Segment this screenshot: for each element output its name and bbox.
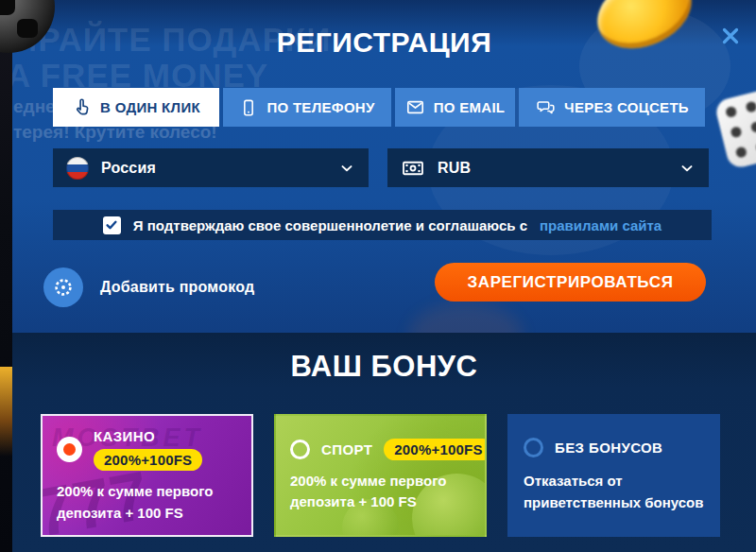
bonus-card-title: КАЗИНО — [94, 428, 155, 444]
tab-label: ПО ТЕЛЕФОНУ — [266, 99, 374, 115]
radio-selected-icon[interactable] — [57, 437, 82, 462]
chevron-down-icon — [679, 160, 696, 177]
bonus-badge: 200%+100FS — [94, 449, 202, 471]
bonus-card-description: 200% к сумме первого депозита + 100 FS — [290, 471, 471, 513]
age-consent-checkbox[interactable] — [103, 216, 121, 234]
promocode-circle — [43, 267, 83, 307]
currency-select[interactable]: RUB — [387, 148, 709, 187]
email-icon — [405, 97, 425, 117]
consent-bar: Я подтверждаю свое совершеннолетие и сог… — [53, 210, 712, 240]
bonus-card-title: СПОРТ — [321, 441, 372, 457]
bonus-cards: MOSTBET 777 КАЗИНО 200%+100FS 200% к сум… — [41, 414, 720, 537]
site-rules-link[interactable]: правилами сайта — [540, 217, 662, 233]
tab-by-phone[interactable]: ПО ТЕЛЕФОНУ — [223, 88, 391, 127]
bonus-card-sport[interactable]: СПОРТ 200%+100FS 200% к сумме первого де… — [274, 414, 487, 537]
register-button[interactable]: ЗАРЕГИСТРИРОВАТЬСЯ — [435, 263, 706, 302]
radio-unselected-icon[interactable] — [290, 440, 310, 459]
promocode-label: Добавить промокод — [100, 279, 254, 296]
gear-icon — [52, 276, 75, 299]
tab-label: ЧЕРЕЗ СОЦСЕТЬ — [564, 99, 689, 115]
tab-label: ПО EMAIL — [434, 99, 506, 115]
currency-select-value: RUB — [438, 160, 471, 177]
tab-via-social[interactable]: ЧЕРЕЗ СОЦСЕТЬ — [519, 88, 705, 127]
country-select-value: Россия — [101, 160, 156, 177]
page-background-edge — [0, 0, 12, 552]
form-section: ИРАЙТЕ ПОДАРКИ A FREE MONEY еднев терея!… — [12, 0, 756, 333]
radio-unselected-icon[interactable] — [524, 438, 543, 457]
bonus-section-title: ВАШ БОНУС — [12, 350, 756, 384]
tab-one-click[interactable]: В ОДИН КЛИК — [53, 88, 219, 127]
registration-modal-screen: ИРАЙТЕ ПОДАРКИ A FREE MONEY еднев терея!… — [0, 0, 756, 552]
hand-click-icon — [72, 97, 92, 117]
modal-title: РЕГИСТРАЦИЯ — [12, 26, 756, 59]
bonus-card-description: 200% к сумме первого депозита + 100 FS — [57, 481, 237, 524]
russia-flag-icon — [66, 157, 89, 180]
page-background-glow — [0, 367, 12, 457]
bonus-section: ВАШ БОНУС MOSTBET 777 КАЗИНО 200%+100FS … — [12, 333, 756, 552]
bonus-card-title: БЕЗ БОНУСОВ — [555, 440, 662, 456]
bonus-card-description: Отказаться от приветственных бонусов — [524, 471, 704, 513]
chevron-down-icon — [338, 160, 355, 177]
bonus-badge: 200%+100FS — [384, 439, 487, 460]
tab-label: В ОДИН КЛИК — [100, 99, 200, 115]
registration-method-tabs: В ОДИН КЛИК ПО ТЕЛЕФОНУ — [53, 88, 714, 127]
phone-icon — [239, 98, 258, 117]
chat-bubbles-icon — [535, 97, 556, 118]
consent-text: Я подтверждаю свое совершеннолетие и сог… — [133, 217, 527, 233]
registration-modal: ИРАЙТЕ ПОДАРКИ A FREE MONEY еднев терея!… — [12, 0, 756, 552]
banknote-icon — [401, 156, 425, 181]
country-select[interactable]: Россия — [53, 148, 369, 187]
tab-by-email[interactable]: ПО EMAIL — [395, 88, 515, 127]
add-promocode-button[interactable]: Добавить промокод — [43, 267, 254, 307]
close-icon[interactable] — [716, 23, 745, 51]
bonus-card-none[interactable]: БЕЗ БОНУСОВ Отказаться от приветственных… — [507, 414, 720, 537]
bonus-card-casino[interactable]: MOSTBET 777 КАЗИНО 200%+100FS 200% к сум… — [41, 414, 253, 537]
